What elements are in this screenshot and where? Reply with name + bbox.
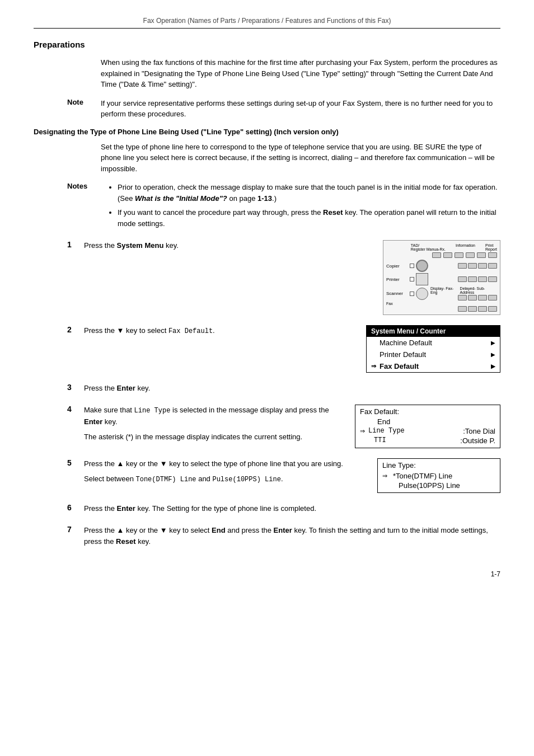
fax-default-line-type: ⇒ Line Type :Tone Dial (360, 426, 495, 436)
line-type-tone: ⇒ *Tone(DTMF) Line (382, 471, 495, 481)
cursor-tone: ⇒ (382, 472, 387, 480)
step-7: 7 Press the ▲ key or the ▼ key to select… (67, 525, 500, 548)
panel-button (443, 252, 452, 258)
line-type-box: Line Type: ⇒ *Tone(DTMF) Line ⇒ Pulse(10… (377, 458, 500, 493)
step-1-diagram: TAD/Register Manua-Rx. Information Print… (383, 240, 500, 315)
step-1: 1 Press the System Menu key. TAD/Registe… (67, 240, 500, 315)
panel-top-labels: TAD/Register Manua-Rx. Information Print… (386, 243, 497, 251)
step-1-num: 1 (67, 240, 84, 249)
page-header: Fax Operation (Names of Parts / Preparat… (34, 17, 500, 29)
note-row: Note If your service representative perf… (67, 98, 500, 120)
fax-default-tti: ⇒ TTI :Outside P. (360, 436, 495, 445)
menu-title: System Menu / Counter (367, 326, 500, 337)
step-1-body: Press the System Menu key. (84, 240, 372, 252)
panel-button (488, 252, 497, 258)
step-5-num: 5 (67, 458, 84, 467)
step-2-body: Press the ▼ key to select Fax Default. (84, 325, 355, 337)
menu-item-machine-default: ⇒ Machine Default ▶ (367, 337, 500, 349)
section-title: Preparations (34, 40, 500, 49)
copier-row: Copier (386, 260, 497, 272)
subsection-title: Designating the Type of Phone Line Being… (34, 128, 500, 136)
line-type-title: Line Type: (382, 461, 495, 469)
step-3-body: Press the Enter key. (84, 383, 500, 395)
notes-block: Notes Prior to operation, check the mess… (67, 182, 500, 232)
fax-default-title: Fax Default: (360, 407, 495, 416)
step-4-subnote: The asterisk (*) in the message display … (84, 431, 344, 443)
fax-default-box: Fax Default: ⇒ End ⇒ Line Type :Tone Dia… (355, 405, 500, 448)
note-item-1: Prior to operation, check the message di… (118, 182, 500, 204)
step-7-num: 7 (67, 525, 84, 534)
step-4-num: 4 (67, 405, 84, 414)
step-6: 6 Press the Enter key. The Setting for t… (67, 503, 500, 515)
step-2-menu: System Menu / Counter ⇒ Machine Default … (366, 325, 500, 373)
step-2-num: 2 (67, 325, 84, 334)
intro-text: When using the fax functions of this mac… (101, 57, 500, 90)
printer-icon (416, 273, 428, 285)
step-2: 2 Press the ▼ key to select Fax Default.… (67, 325, 500, 373)
page-number: 1-7 (34, 570, 500, 578)
step-7-body: Press the ▲ key or the ▼ key to select E… (84, 525, 500, 548)
copier-icon (416, 260, 428, 272)
scanner-row: Scanner Display- Fax-Eng Delayed- Sub-Ad… (386, 287, 497, 300)
step-5-body: Press the ▲ key or the ▼ key to select t… (84, 458, 366, 485)
note-item-2: If you want to cancel the procedure part… (118, 207, 500, 229)
step-4-fax-default: Fax Default: ⇒ End ⇒ Line Type :Tone Dia… (355, 405, 500, 448)
fax-label: Fax (386, 302, 497, 306)
panel-button (477, 252, 486, 258)
page: Fax Operation (Names of Parts / Preparat… (0, 0, 534, 600)
cursor-line-type: ⇒ (360, 428, 365, 435)
fax-default-end: ⇒ End (360, 417, 495, 426)
note-label: Note (67, 98, 101, 120)
panel-button (432, 252, 441, 258)
step-3-num: 3 (67, 383, 84, 392)
line-type-pulse: ⇒ Pulse(10PPS) Line (382, 481, 495, 490)
scanner-icon (416, 288, 428, 300)
menu-item-fax-default: ⇒ Fax Default ▶ (367, 360, 500, 372)
subsection-body: Set the type of phone line here to corre… (101, 142, 500, 175)
cursor-arrow-fax: ⇒ (371, 363, 376, 370)
panel-button (455, 252, 463, 258)
step-4-body: Make sure that Line Type is selected in … (84, 405, 344, 442)
header-text: Fax Operation (Names of Parts / Preparat… (143, 17, 391, 25)
panel-diagram: TAD/Register Manua-Rx. Information Print… (383, 240, 500, 315)
note-text: If your service representative performs … (101, 98, 500, 120)
menu-item-printer-default: ⇒ Printer Default ▶ (367, 349, 500, 360)
step-5-subnote: Select between Tone(DTMF) Line and Pulse… (84, 473, 366, 485)
printer-row: Printer (386, 273, 497, 285)
step-6-body: Press the Enter key. The Setting for the… (84, 503, 500, 515)
panel-button (466, 252, 475, 258)
notes-label: Notes (67, 182, 101, 190)
step-3: 3 Press the Enter key. (67, 383, 500, 395)
notes-list: Prior to operation, check the message di… (112, 182, 500, 232)
step-5-line-type: Line Type: ⇒ *Tone(DTMF) Line ⇒ Pulse(10… (377, 458, 500, 493)
step-5: 5 Press the ▲ key or the ▼ key to select… (67, 458, 500, 493)
step-4: 4 Make sure that Line Type is selected i… (67, 405, 500, 448)
step-6-num: 6 (67, 503, 84, 512)
menu-box: System Menu / Counter ⇒ Machine Default … (366, 325, 500, 373)
